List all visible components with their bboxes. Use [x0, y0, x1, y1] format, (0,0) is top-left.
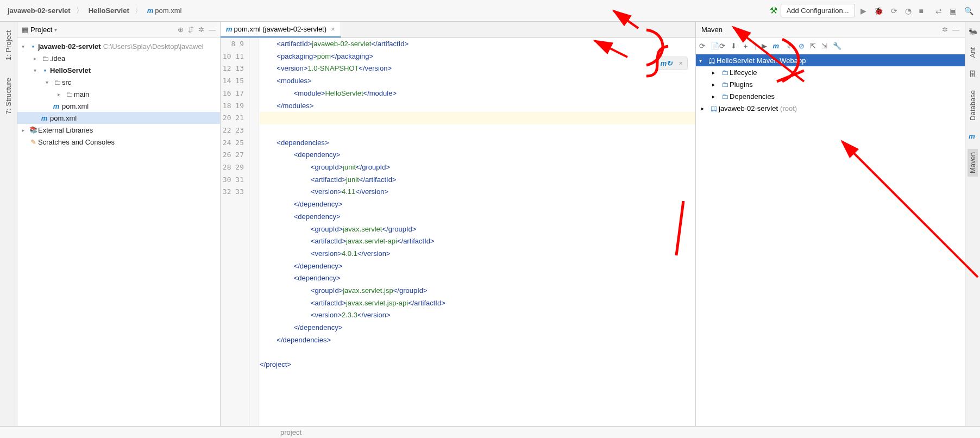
- tool-tab-structure[interactable]: 7: Structure: [3, 74, 14, 117]
- tree-item-pom-root[interactable]: m pom.xml: [17, 112, 220, 124]
- dropdown-icon: ▾: [54, 27, 57, 33]
- tree-item-src[interactable]: ▾ 🗀 src: [17, 76, 220, 88]
- tree-label: HelloServlet: [50, 66, 91, 74]
- expand-arrow-icon[interactable]: ▸: [712, 82, 720, 87]
- tool-tab-project[interactable]: 1: Project: [3, 27, 14, 64]
- tree-item-pom-child[interactable]: m pom.xml: [17, 100, 220, 112]
- maven-suffix: (root): [780, 104, 797, 112]
- settings-icon[interactable]: 🔧: [833, 42, 841, 50]
- maven-file-icon: m: [53, 102, 60, 110]
- execute-goal-icon[interactable]: m: [772, 42, 779, 50]
- maven-reload-icon[interactable]: m↻: [661, 59, 673, 67]
- maven-project-root[interactable]: ▸ 🕮 javaweb-02-servlet (root): [696, 102, 965, 114]
- debug-icon[interactable]: 🐞: [872, 5, 885, 16]
- tree-item-idea[interactable]: ▸ 🗀 .idea: [17, 52, 220, 64]
- database-icon[interactable]: 🗄: [969, 70, 976, 78]
- hide-icon[interactable]: —: [952, 26, 959, 34]
- right-tool-stripe: 🐜 Ant 🗄 Database m Maven: [965, 22, 980, 426]
- coverage-icon[interactable]: ⟳: [889, 5, 900, 16]
- ant-icon[interactable]: 🐜: [969, 27, 977, 35]
- editor-breadcrumb[interactable]: project: [244, 428, 301, 436]
- editor-tab-pom[interactable]: m pom.xml (javaweb-02-servlet) ×: [221, 22, 341, 37]
- maven-toolbar: ⟳ 📄⟳ ⬇ ＋ | ▶ m ⫽ ⊘ ⇱ ⇲ 🔧: [696, 38, 965, 54]
- close-icon[interactable]: ×: [331, 25, 335, 33]
- maven-file-icon: m: [147, 7, 154, 15]
- stop-icon[interactable]: ■: [917, 5, 926, 16]
- gear-icon[interactable]: ✲: [198, 26, 204, 34]
- run-icon[interactable]: ▶: [858, 5, 869, 16]
- git-icon[interactable]: ⇄: [933, 5, 944, 16]
- expand-arrow-icon[interactable]: ▸: [712, 70, 720, 76]
- search-icon[interactable]: 🔍: [962, 5, 976, 16]
- tool-tab-maven[interactable]: Maven: [968, 149, 978, 177]
- generate-sources-icon[interactable]: 📄⟳: [711, 42, 725, 50]
- tree-item-helloservlet[interactable]: ▾ ▪ HelloServlet: [17, 64, 220, 76]
- tool-tab-ant[interactable]: Ant: [968, 44, 978, 61]
- expand-arrow-icon[interactable]: ▾: [22, 43, 28, 49]
- project-tree[interactable]: ▾ ▪ javaweb-02-servlet C:\Users\Splay\De…: [17, 38, 220, 150]
- maven-plugins[interactable]: ▸ 🗀 Plugins: [696, 78, 965, 90]
- run-config-select[interactable]: Add Configuration...: [781, 4, 855, 17]
- expand-arrow-icon[interactable]: ▸: [34, 55, 40, 61]
- toggle-skip-tests-icon[interactable]: ⊘: [799, 42, 805, 50]
- editor-area: m pom.xml (javaweb-02-servlet) × 8 9 10 …: [221, 22, 695, 426]
- folder-icon: 🗀: [64, 90, 74, 98]
- maven-label: Dependencies: [730, 92, 775, 101]
- maven-lifecycle[interactable]: ▸ 🗀 Lifecycle: [696, 66, 965, 78]
- tree-label: main: [74, 90, 89, 98]
- layout-icon[interactable]: ▣: [947, 5, 959, 16]
- navigation-bar: javaweb-02-servlet 〉 HelloServlet 〉 mpom…: [0, 0, 980, 22]
- close-icon[interactable]: ×: [679, 59, 683, 67]
- tree-item-main[interactable]: ▸ 🗀 main: [17, 88, 220, 100]
- tree-label: Scratches and Consoles: [38, 138, 115, 146]
- status-bar: project: [0, 426, 980, 438]
- reload-icon[interactable]: ⟳: [699, 42, 705, 50]
- maven-dependencies[interactable]: ▸ 🗀 Dependencies: [696, 90, 965, 102]
- locate-icon[interactable]: ⊕: [178, 26, 184, 34]
- maven-panel-header: Maven ✲ —: [696, 22, 965, 38]
- hide-icon[interactable]: —: [209, 26, 216, 34]
- tool-tab-database[interactable]: Database: [968, 87, 978, 124]
- maven-reload-toolbar: m↻ ×: [656, 57, 688, 70]
- folder-icon: 🗀: [52, 78, 62, 86]
- tree-item-external-libraries[interactable]: ▸ 📚 External Libraries: [17, 124, 220, 136]
- expand-arrow-icon[interactable]: ▸: [58, 91, 64, 97]
- editor-body[interactable]: 8 9 10 11 12 13 14 15 16 17 18 19 20 21 …: [221, 38, 695, 426]
- module-icon: ▪: [40, 66, 50, 74]
- expand-arrow-icon[interactable]: ▾: [46, 79, 52, 85]
- expand-icon[interactable]: ⇵: [188, 26, 194, 34]
- expand-arrow-icon[interactable]: ▸: [22, 127, 28, 133]
- code-content[interactable]: <artifactId>javaweb-02-servlet</artifact…: [259, 38, 695, 426]
- gear-icon[interactable]: ✲: [942, 26, 948, 34]
- profile-icon[interactable]: ◔: [903, 5, 914, 16]
- tree-root[interactable]: ▾ ▪ javaweb-02-servlet C:\Users\Splay\De…: [17, 40, 220, 52]
- tree-label: src: [62, 78, 71, 86]
- editor-tabs: m pom.xml (javaweb-02-servlet) ×: [221, 22, 695, 38]
- toggle-offline-icon[interactable]: ⫽: [786, 42, 793, 50]
- build-icon[interactable]: ⚒: [770, 5, 777, 16]
- maven-project-helloservlet[interactable]: ▾ 🕮 HelloServlet Maven Webapp: [696, 54, 965, 66]
- expand-arrow-icon[interactable]: ▸: [701, 105, 709, 111]
- fold-gutter[interactable]: [250, 38, 259, 426]
- lifecycle-icon: 🗀: [720, 68, 730, 77]
- run-icon[interactable]: ▶: [762, 42, 767, 50]
- tree-item-scratches[interactable]: ✎ Scratches and Consoles: [17, 136, 220, 148]
- tree-label: javaweb-02-servlet: [38, 42, 101, 51]
- tree-label: External Libraries: [38, 126, 93, 134]
- tree-label: pom.xml: [62, 102, 89, 110]
- project-view-selector[interactable]: ▦ Project ▾: [22, 26, 57, 34]
- expand-arrow-icon[interactable]: ▸: [712, 93, 720, 99]
- add-icon[interactable]: ＋: [742, 41, 749, 51]
- maven-icon[interactable]: m: [969, 132, 975, 140]
- breadcrumb-file[interactable]: mpom.xml: [144, 5, 185, 16]
- maven-tree[interactable]: ▾ 🕮 HelloServlet Maven Webapp ▸ 🗀 Lifecy…: [696, 54, 965, 426]
- breadcrumb-project[interactable]: javaweb-02-servlet: [4, 5, 74, 16]
- project-icon: ▦: [22, 26, 28, 34]
- download-icon[interactable]: ⬇: [731, 42, 737, 50]
- breadcrumb-module[interactable]: HelloServlet: [85, 5, 133, 16]
- maven-file-icon: m: [41, 114, 48, 122]
- expand-arrow-icon[interactable]: ▾: [699, 58, 707, 64]
- expand-arrow-icon[interactable]: ▾: [34, 67, 40, 73]
- expand-icon[interactable]: ⇲: [821, 42, 827, 50]
- collapse-icon[interactable]: ⇱: [810, 42, 816, 50]
